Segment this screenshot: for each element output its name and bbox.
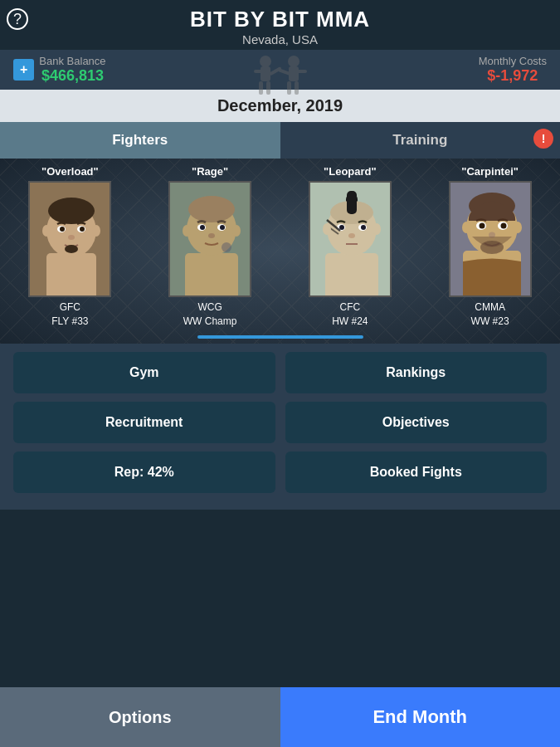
svg-rect-9 [295,81,299,95]
svg-point-30 [200,225,205,230]
svg-point-48 [323,223,331,235]
options-button[interactable]: Options [0,687,280,747]
fighters-section: "Overload" [0,159,560,344]
booked-fights-button[interactable]: Booked Fights [285,452,548,493]
app-header: ? BIT BY BIT MMA Nevada, USA [0,0,560,50]
svg-point-31 [220,225,225,230]
svg-rect-4 [254,70,265,73]
bank-balance-section: Bank Balance $466,813 [39,55,105,85]
end-month-button[interactable]: End Month [280,687,561,747]
fighter-stats-rage: WCG WW Champ [140,300,280,329]
app-title: BIT BY BIT MMA [0,7,560,32]
svg-point-15 [48,198,95,224]
svg-rect-10 [295,70,307,73]
objectives-button[interactable]: Objectives [285,402,548,443]
svg-point-6 [288,56,299,67]
svg-point-18 [60,227,65,232]
rep-button[interactable]: Rep: 42% [13,452,275,493]
fighter-nickname-overload: "Overload" [0,165,140,178]
svg-point-20 [68,235,75,240]
gym-button[interactable]: Gym [13,352,275,393]
bottom-bar: Options End Month [0,687,560,747]
fighter-nickname-leopard: "Leopard" [280,165,421,178]
recruitment-button[interactable]: Recruitment [13,402,275,443]
svg-point-36 [222,242,231,252]
svg-point-60 [480,241,504,254]
svg-rect-24 [185,253,238,297]
monthly-costs-label: Monthly Costs [479,55,547,67]
svg-point-0 [260,56,271,67]
svg-point-34 [183,225,191,237]
fighter-card-rage[interactable]: "Rage" [140,165,280,329]
fighter-portrait-rage [168,181,251,297]
svg-rect-3 [266,81,270,95]
main-tabs: Fighters Training ! [0,122,560,159]
svg-rect-50 [347,191,357,214]
svg-point-35 [232,225,241,237]
svg-point-19 [80,227,85,232]
scroll-indicator [197,335,363,339]
fighter-card-overload[interactable]: "Overload" [0,165,140,329]
bank-balance-label: Bank Balance [39,55,105,67]
svg-point-44 [339,225,344,230]
add-button[interactable]: + [13,59,34,81]
fighter-stats-leopard: CFC HW #24 [280,300,421,329]
action-row-3: Rep: 42% Booked Fights [13,452,547,493]
action-row-2: Recruitment Objectives [13,402,547,443]
alert-badge: ! [533,129,553,149]
svg-point-32 [208,233,215,238]
fighter-stats-carpintei: CMMA WW #23 [420,300,560,329]
fighter-portrait-overload [28,181,111,297]
fighter-portrait-carpintei [449,181,532,297]
svg-rect-8 [287,81,291,95]
fighter-stats-overload: GFC FLY #33 [0,300,140,329]
fighter-silhouette-icon [247,51,314,101]
svg-point-49 [373,223,381,235]
help-button[interactable]: ? [7,8,28,30]
fighter-nickname-carpintei: "Carpintei" [420,165,560,178]
rankings-button[interactable]: Rankings [285,352,548,393]
svg-rect-1 [261,66,270,81]
svg-point-57 [479,223,485,229]
app-subtitle: Nevada, USA [0,32,560,46]
tab-training[interactable]: Training [280,122,561,159]
fighter-portrait-leopard [309,181,392,297]
monthly-costs-value: $-1,972 [479,67,547,85]
fighters-row: "Overload" [0,159,560,332]
svg-point-22 [42,225,51,237]
svg-point-62 [514,222,522,233]
svg-point-61 [462,222,470,233]
tab-fighters[interactable]: Fighters [0,122,280,159]
fighter-card-leopard[interactable]: "Leopard" [280,165,421,329]
svg-rect-37 [325,253,378,297]
svg-point-58 [500,223,506,229]
bank-balance-value: $466,813 [39,67,105,85]
svg-point-23 [92,225,100,237]
svg-rect-2 [259,81,263,95]
stats-bar: + Bank Balance $466,813 Monthly Costs [0,50,560,90]
svg-point-21 [65,245,78,253]
svg-point-27 [188,196,235,222]
svg-point-45 [361,225,366,230]
action-row-1: Gym Rankings [13,352,547,393]
monthly-costs-section: Monthly Costs $-1,972 [479,55,547,85]
fighter-card-carpintei[interactable]: "Carpintei" [420,165,560,329]
svg-point-46 [348,233,355,238]
svg-rect-12 [46,253,96,297]
fighter-nickname-rage: "Rage" [140,165,280,178]
actions-section: Gym Rankings Recruitment Objectives Rep:… [0,344,560,510]
